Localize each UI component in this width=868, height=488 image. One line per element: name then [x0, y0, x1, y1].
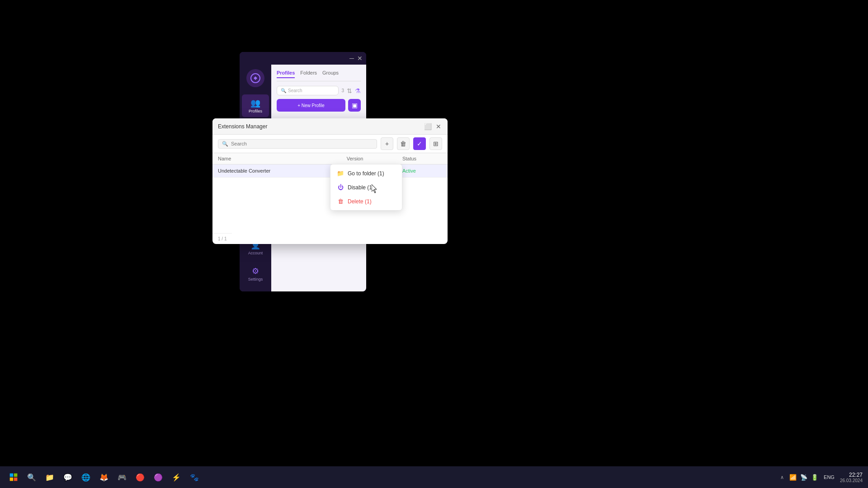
svg-rect-3 — [14, 474, 18, 477]
bg-search-count: 3 — [341, 88, 344, 93]
taskbar-sys-icons: 📶 📡 🔋 — [789, 474, 818, 481]
row-name: Undetectable Converter — [212, 164, 341, 178]
ext-search-input[interactable] — [231, 141, 373, 146]
battery-icon[interactable]: 🔋 — [811, 474, 818, 481]
taskbar-purple-icon[interactable]: 🟣 — [150, 469, 166, 485]
context-menu-go-to-folder[interactable]: 📁 Go to folder (1) — [330, 166, 402, 180]
ext-toolbar: 🔍 + 🗑 ✓ ⊞ — [212, 135, 448, 153]
svg-rect-4 — [10, 478, 14, 481]
taskbar-chrome-icon[interactable]: 🌐 — [78, 469, 94, 485]
context-menu: 📁 Go to folder (1) ⏻ Disable (1) 🗑 Delet… — [330, 164, 402, 211]
tab-groups[interactable]: Groups — [322, 70, 339, 78]
settings-icon: ⚙ — [252, 266, 259, 276]
tab-profiles[interactable]: Profiles — [277, 70, 295, 78]
col-status: Status — [397, 153, 448, 164]
taskbar-date-display: 26.03.2024 — [840, 478, 863, 483]
ext-check-btn[interactable]: ✓ — [413, 137, 426, 150]
row-status: Active — [397, 164, 448, 178]
ext-delete-btn[interactable]: 🗑 — [397, 137, 410, 150]
ext-table-header: Name Version Status — [212, 153, 448, 164]
bg-search-placeholder: Search — [288, 88, 302, 93]
taskbar-lightning-icon[interactable]: ⚡ — [168, 469, 184, 485]
taskbar-icon-group: 🔍 📁 💬 🌐 🦊 🎮 🔴 🟣 ⚡ 🐾 — [24, 469, 203, 485]
ext-maximize-btn[interactable]: ⬜ — [424, 123, 431, 130]
new-profile-button[interactable]: + New Profile — [277, 99, 345, 112]
taskbar-language[interactable]: ENG — [824, 474, 835, 480]
context-menu-delete-label: Delete (1) — [348, 198, 372, 205]
bg-app-titlebar: ─ ✕ — [240, 52, 366, 65]
bg-close-btn[interactable]: ✕ — [357, 56, 363, 61]
context-menu-disable-label: Disable (1) — [348, 184, 374, 191]
col-version: Version — [341, 153, 397, 164]
profiles-icon: 👥 — [250, 98, 260, 108]
bg-tabs: Profiles Folders Groups — [277, 70, 361, 81]
sidebar-profiles-label: Profiles — [249, 109, 262, 113]
taskbar: 🔍 📁 💬 🌐 🦊 🎮 🔴 🟣 ⚡ 🐾 ∧ 📶 📡 🔋 ENG 22:27 26… — [0, 466, 868, 488]
sidebar-item-profiles[interactable]: 👥 Profiles — [242, 94, 269, 117]
taskbar-time-display: 22:27 — [840, 472, 863, 478]
ext-title: Extensions Manager — [218, 123, 267, 130]
sidebar-item-settings[interactable]: ⚙ Settings — [242, 263, 269, 285]
ext-add-btn[interactable]: + — [381, 137, 393, 150]
sidebar-account-label: Account — [248, 251, 263, 255]
bg-search-box[interactable]: 🔍 Search — [277, 86, 339, 95]
taskbar-right: ∧ 📶 📡 🔋 ENG 22:27 26.03.2024 — [780, 472, 863, 483]
start-button[interactable] — [5, 469, 22, 485]
taskbar-chat-icon[interactable]: 💬 — [60, 469, 76, 485]
ext-grid-btn[interactable]: ⊞ — [429, 137, 442, 150]
trash-icon: 🗑 — [337, 198, 344, 205]
svg-rect-5 — [14, 478, 18, 481]
toggle-icon: ⏻ — [337, 184, 344, 191]
network-icon[interactable]: 📶 — [789, 474, 797, 481]
bg-minimize-btn[interactable]: ─ — [349, 56, 354, 61]
context-menu-delete[interactable]: 🗑 Delete (1) — [330, 194, 402, 208]
ext-search-box[interactable]: 🔍 — [218, 139, 377, 149]
taskbar-red-icon[interactable]: 🔴 — [132, 469, 148, 485]
wifi-icon[interactable]: 📡 — [800, 474, 807, 481]
ext-footer: 1 / 1 — [212, 233, 232, 244]
taskbar-paw-icon[interactable]: 🐾 — [186, 469, 203, 485]
col-name: Name — [212, 153, 341, 164]
bg-filter-icon[interactable]: ⚗ — [355, 87, 361, 94]
svg-rect-2 — [10, 474, 14, 477]
tab-folders[interactable]: Folders — [300, 70, 317, 78]
taskbar-clock: 22:27 26.03.2024 — [840, 472, 863, 483]
bg-search-row: 🔍 Search 3 ⇅ ⚗ — [277, 86, 361, 95]
ext-close-btn[interactable]: ✕ — [435, 123, 442, 130]
sidebar-settings-label: Settings — [248, 277, 263, 282]
ext-titlebar-buttons: ⬜ ✕ — [424, 123, 442, 130]
ext-titlebar: Extensions Manager ⬜ ✕ — [212, 118, 448, 135]
bg-extra-btn[interactable]: ▣ — [348, 99, 361, 112]
taskbar-chevron-icon[interactable]: ∧ — [780, 474, 784, 480]
bg-logo — [246, 69, 264, 87]
taskbar-game-icon[interactable]: 🎮 — [114, 469, 130, 485]
context-menu-disable[interactable]: ⏻ Disable (1) — [330, 180, 402, 194]
folder-icon: 📁 — [337, 170, 344, 177]
bg-sort-icon[interactable]: ⇅ — [347, 87, 352, 94]
taskbar-explorer-icon[interactable]: 📁 — [42, 469, 58, 485]
context-menu-go-to-folder-label: Go to folder (1) — [348, 170, 384, 177]
taskbar-firefox-icon[interactable]: 🦊 — [96, 469, 112, 485]
bg-new-profile-row: + New Profile ▣ — [277, 99, 361, 112]
taskbar-search-icon[interactable]: 🔍 — [24, 469, 40, 485]
ext-search-icon: 🔍 — [222, 141, 228, 147]
